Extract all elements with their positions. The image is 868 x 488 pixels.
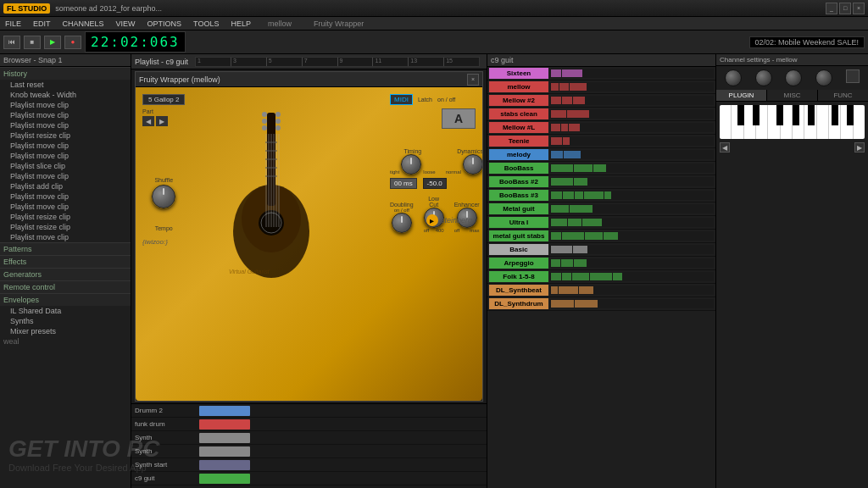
doubling-knob[interactable] xyxy=(392,213,412,233)
settings-knob-2[interactable] xyxy=(755,69,772,86)
sidebar-playlist-13[interactable]: Playlist resize clip xyxy=(0,222,131,232)
sidebar-playlist-6[interactable]: Playlist move clip xyxy=(0,151,131,161)
sidebar-knob-tweak[interactable]: Knob tweak - Width xyxy=(0,90,131,100)
sidebar-synths[interactable]: Synths xyxy=(0,316,131,326)
minimize-icon[interactable]: _ xyxy=(826,3,837,14)
white-key-9[interactable] xyxy=(817,105,829,139)
channel-name-btn[interactable]: Ultra I xyxy=(489,217,548,228)
preset-prev-btn[interactable]: ◀ xyxy=(142,116,154,126)
sidebar-playlist-4[interactable]: Playlist resize clip xyxy=(0,130,131,141)
channel-name-btn[interactable]: melody xyxy=(489,149,548,160)
channel-row[interactable]: Mellow #2 xyxy=(487,94,715,108)
sidebar-playlist-8[interactable]: Playlist move clip xyxy=(0,171,131,181)
channel-row[interactable]: Teenie xyxy=(487,135,715,148)
white-key-5[interactable] xyxy=(768,105,780,139)
close-icon[interactable]: × xyxy=(853,3,865,14)
preset-next-btn[interactable]: ▶ xyxy=(156,116,168,126)
piano-scroll-left[interactable]: ◀ xyxy=(720,142,730,152)
white-key-3[interactable] xyxy=(744,105,756,139)
settings-display-btn[interactable] xyxy=(846,69,860,83)
channel-row[interactable]: BooBass xyxy=(487,162,715,175)
channel-name-btn[interactable]: Basic xyxy=(489,244,548,255)
channel-row[interactable]: Folk 1-5-8 xyxy=(487,270,715,284)
bottom-track-row[interactable]: Drumm 2 xyxy=(131,404,487,418)
bottom-track-row[interactable]: Synth start xyxy=(131,458,487,472)
sidebar-playlist-7[interactable]: Playlist slice clip xyxy=(0,161,131,171)
white-key-4[interactable] xyxy=(756,105,768,139)
channel-row[interactable]: DL_Synthbeat xyxy=(487,284,715,297)
dynamics-knob[interactable] xyxy=(463,154,482,175)
tab-func[interactable]: FUNC xyxy=(818,90,868,101)
sidebar-playlist-1[interactable]: Playlist move clip xyxy=(0,100,131,110)
tab-plugin[interactable]: PLUGIN xyxy=(716,90,767,101)
piano-scroll-right[interactable]: ▶ xyxy=(854,142,865,152)
menu-view[interactable]: VIEW xyxy=(114,19,137,28)
white-key-11[interactable] xyxy=(841,105,853,139)
sidebar-mixer-presets[interactable]: Mixer presets xyxy=(0,326,131,336)
record-btn[interactable]: ● xyxy=(64,36,81,49)
rewind-btn[interactable]: ⏮ xyxy=(3,36,20,49)
channel-row[interactable]: DL_Synthdrum xyxy=(487,297,715,311)
channel-name-btn[interactable]: BooBass #2 xyxy=(489,176,548,187)
white-key-7[interactable] xyxy=(793,105,804,139)
menu-options[interactable]: OPTIONS xyxy=(146,19,184,28)
menu-edit[interactable]: EDIT xyxy=(31,19,53,28)
white-key-2[interactable] xyxy=(732,105,743,139)
white-key-12[interactable] xyxy=(854,105,865,139)
sidebar-playlist-14[interactable]: Playlist move clip xyxy=(0,232,131,242)
channel-row[interactable]: Arpeggio xyxy=(487,257,715,270)
channel-name-btn[interactable]: DL_Synthdrum xyxy=(489,298,548,309)
channel-row[interactable]: melody xyxy=(487,148,715,162)
sidebar-playlist-10[interactable]: Playlist move clip xyxy=(0,191,131,202)
white-key-6[interactable] xyxy=(781,105,793,139)
channel-name-btn[interactable]: metal guit stabs xyxy=(489,230,548,241)
sidebar-playlist-3[interactable]: Playlist move clip xyxy=(0,120,131,130)
sidebar-playlist-12[interactable]: Playlist resize clip xyxy=(0,212,131,222)
channel-name-btn[interactable]: BooBass #3 xyxy=(489,190,548,201)
channel-name-btn[interactable]: Mellow #2 xyxy=(489,95,548,106)
sidebar-effects[interactable]: Effects xyxy=(0,255,131,268)
channel-name-btn[interactable]: Mellow #L xyxy=(489,122,548,133)
sidebar-section-history[interactable]: History xyxy=(0,67,131,80)
timing-knob[interactable] xyxy=(401,154,421,175)
channel-row[interactable]: Sixteen xyxy=(487,67,715,80)
channel-name-btn[interactable]: Sixteen xyxy=(489,68,548,79)
channel-row[interactable]: stabs clean xyxy=(487,108,715,121)
play-btn[interactable]: ▶ xyxy=(44,36,61,49)
bottom-track-row[interactable]: Synth xyxy=(131,431,487,445)
sidebar-remote[interactable]: Remote control xyxy=(0,280,131,293)
sidebar-playlist-11[interactable]: Playlist move clip xyxy=(0,202,131,212)
sidebar-playlist-2[interactable]: Playlist move clip xyxy=(0,110,131,120)
channel-name-btn[interactable]: Arpeggio xyxy=(489,258,548,269)
channel-name-btn[interactable]: stabs clean xyxy=(489,108,548,119)
stop-btn[interactable]: ■ xyxy=(24,36,41,49)
sidebar-last-reset[interactable]: Last reset xyxy=(0,80,131,90)
maximize-icon[interactable]: □ xyxy=(839,3,851,14)
tab-misc[interactable]: MISC xyxy=(767,90,818,101)
channel-row[interactable]: mellow xyxy=(487,80,715,94)
plugin-close-btn[interactable]: × xyxy=(467,74,479,86)
channel-row[interactable]: BooBass #3 xyxy=(487,189,715,202)
channel-row[interactable]: metal guit stabs xyxy=(487,230,715,243)
channel-row[interactable]: Ultra I xyxy=(487,216,715,230)
channel-row[interactable]: BooBass #2 xyxy=(487,175,715,189)
settings-knob-1[interactable] xyxy=(725,69,742,86)
channel-name-btn[interactable]: Teenie xyxy=(489,136,548,147)
channel-name-btn[interactable]: Folk 1-5-8 xyxy=(489,271,548,282)
sidebar-playlist-5[interactable]: Playlist move clip xyxy=(0,141,131,151)
sidebar-il-shared[interactable]: IL Shared Data xyxy=(0,306,131,316)
white-key-1[interactable] xyxy=(720,105,732,139)
channel-row[interactable]: Basic xyxy=(487,243,715,257)
sidebar-generators[interactable]: Generators xyxy=(0,268,131,280)
sidebar-envelopes[interactable]: Envelopes xyxy=(0,293,131,306)
channel-name-btn[interactable]: mellow xyxy=(489,81,548,92)
channel-row[interactable]: Mellow #L xyxy=(487,121,715,135)
channel-name-btn[interactable]: DL_Synthbeat xyxy=(489,285,548,296)
sidebar-patterns[interactable]: Patterns xyxy=(0,242,131,255)
white-key-8[interactable] xyxy=(804,105,816,139)
menu-tools[interactable]: TOOLS xyxy=(192,19,220,28)
channel-row[interactable]: Metal guit xyxy=(487,202,715,216)
settings-knob-4[interactable] xyxy=(815,69,832,86)
channel-name-btn[interactable]: BooBass xyxy=(489,163,548,174)
channel-name-btn[interactable]: Metal guit xyxy=(489,203,548,214)
